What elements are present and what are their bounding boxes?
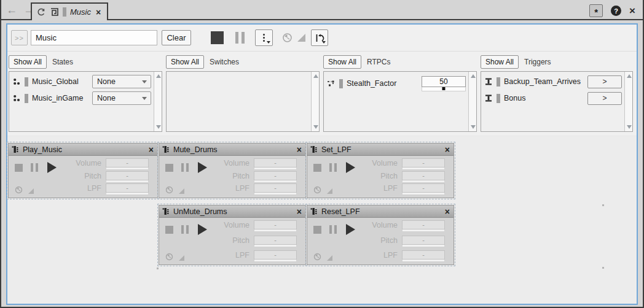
scrollbar[interactable] [311,72,319,131]
rtpc-value-input[interactable]: 50 [422,76,466,87]
object-color-chip [63,7,66,17]
back-icon[interactable]: ← [6,3,17,17]
play-icon[interactable] [198,224,207,235]
fade-icon [179,255,184,261]
triggers-panel: Show All Triggers Backup_Team_Arrives > [481,54,633,132]
post-trigger-button[interactable]: > [587,75,622,88]
module-body: Volume - Pitch - LPF - [159,156,305,198]
scroll-up-icon[interactable] [471,74,476,78]
close-icon[interactable]: × [629,6,635,16]
scroll-down-icon[interactable] [627,125,632,129]
volume-value: - [254,158,297,167]
scrollbar[interactable] [154,72,162,131]
pitch-label: Pitch [68,171,101,180]
reset-button[interactable] [311,29,328,46]
more-options-button[interactable] [255,29,273,46]
tab-close-icon[interactable]: × [96,7,101,17]
switches-show-all-button[interactable]: Show All [166,55,204,69]
pitch-label: Pitch [364,236,398,245]
pause-icon [181,163,189,172]
pitch-value: - [402,236,445,245]
lpf-label: LPF [364,250,398,260]
module-header[interactable]: Mute_Drums × [159,144,305,156]
object-color-chip [339,79,343,88]
timer-icon [282,33,293,43]
module-body: Volume - Pitch - LPF - [307,218,454,264]
tab-music[interactable]: Music × [31,2,108,20]
post-trigger-button[interactable]: > [587,92,622,105]
module-header[interactable]: Play_Music × [9,144,157,156]
trigger-name: Bonus [504,94,584,102]
scroll-down-icon[interactable] [471,125,476,129]
scroll-down-icon[interactable] [313,125,318,129]
event-icon [162,207,170,215]
triggers-show-all-button[interactable]: Show All [481,55,519,69]
module-body: Volume - Pitch - LPF - [159,218,305,264]
event-module[interactable]: Mute_Drums × Volume [159,143,306,198]
clear-button[interactable]: Clear [162,30,191,45]
module-header[interactable]: Set_LPF × [307,144,454,156]
rtpcs-show-all-button[interactable]: Show All [323,55,361,69]
pause-icon [329,163,337,172]
scroll-up-icon[interactable] [627,74,632,78]
event-icon [310,145,318,153]
play-icon[interactable] [47,162,57,173]
close-icon[interactable]: × [297,207,302,217]
volume-meter [106,167,149,170]
pitch-value: - [402,171,445,180]
play-icon[interactable] [346,224,355,235]
expand-button[interactable]: >> [11,30,28,45]
close-icon[interactable]: × [445,145,450,155]
close-icon[interactable]: × [149,145,154,155]
scroll-up-icon[interactable] [313,74,318,78]
scrollbar[interactable] [624,72,632,131]
close-icon[interactable]: × [297,145,302,155]
caret-down-icon [322,41,326,44]
state-row: Music_Global None [12,75,151,88]
volume-meter [254,229,297,232]
slider-thumb[interactable] [442,87,446,90]
event-module[interactable]: UnMute_Drums × Volume [159,205,306,265]
timer-icon [15,186,23,194]
pause-icon [31,163,38,172]
volume-label: Volume [216,158,249,167]
pause-icon [329,225,337,234]
help-icon[interactable]: ? [611,6,621,16]
module-title: Reset_LPF [321,207,442,216]
grid-handle [602,204,604,206]
favorite-button[interactable]: * [589,4,603,17]
volume-value: - [402,158,445,167]
soundcaster-icon [50,7,59,17]
trigger-row: Bonus > [484,91,622,105]
states-panel: Show All States Music_Global None [9,54,162,132]
play-icon[interactable] [346,162,355,173]
object-color-chip [25,77,28,87]
state-combo[interactable]: None [92,91,151,105]
pitch-label: Pitch [216,236,249,245]
event-module[interactable]: Reset_LPF × Volume [307,205,454,265]
stop-all-icon[interactable] [211,31,224,44]
rtpcs-panel: Show All RTPCs Stealth_Factor 50 [323,54,477,132]
timer-icon [313,186,321,194]
chevron-down-icon [142,97,147,100]
lpf-value: - [402,250,445,260]
state-combo[interactable]: None [92,75,151,88]
scroll-up-icon[interactable] [156,74,161,78]
play-icon[interactable] [198,162,207,173]
module-header[interactable]: Reset_LPF × [307,206,454,218]
close-icon[interactable]: × [445,207,450,217]
rtpc-slider[interactable] [422,87,466,91]
session-name-input[interactable] [31,30,157,45]
grid-handle [157,268,159,269]
toolbar: >> Clear [7,25,637,52]
states-show-all-button[interactable]: Show All [9,55,47,69]
event-module[interactable]: Play_Music × Volume [8,143,158,198]
pitch-meter [402,245,445,247]
pause-all-icon [235,32,245,44]
event-module[interactable]: Set_LPF × Volume - [307,143,454,198]
scrollbar[interactable] [468,72,476,131]
scroll-down-icon[interactable] [156,125,161,129]
module-header[interactable]: UnMute_Drums × [159,206,305,218]
volume-label: Volume [364,158,398,167]
lpf-meter [254,193,297,195]
